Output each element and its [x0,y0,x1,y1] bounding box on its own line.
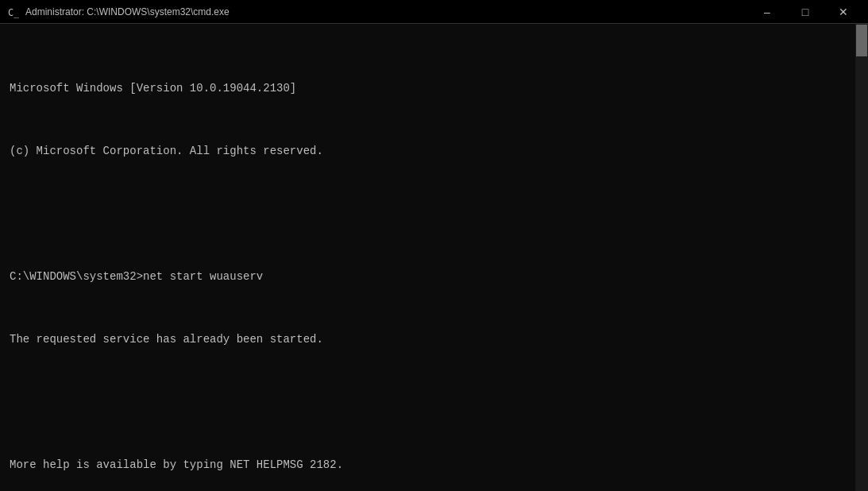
app-icon: C_ [6,6,19,18]
terminal-body[interactable]: Microsoft Windows [Version 10.0.19044.21… [0,24,868,491]
cmd-window: C_ Administrator: C:\WINDOWS\system32\cm… [0,0,868,491]
scrollbar-thumb[interactable] [856,25,867,56]
terminal-line-4: C:\WINDOWS\system32>net start wuauserv [10,269,849,284]
titlebar: C_ Administrator: C:\WINDOWS\system32\cm… [0,0,868,24]
terminal-line-2: (c) Microsoft Corporation. All rights re… [10,143,849,159]
terminal-line-5: The requested service has already been s… [10,331,849,347]
terminal-line-3 [10,206,849,222]
close-button[interactable]: ✕ [825,0,862,24]
maximize-button[interactable]: □ [787,0,824,24]
terminal-line-7: More help is available by typing NET HEL… [10,457,849,473]
terminal-line-6 [10,394,849,410]
terminal-content: Microsoft Windows [Version 10.0.19044.21… [3,30,865,485]
terminal-line-1: Microsoft Windows [Version 10.0.19044.21… [10,80,849,96]
window-title: Administrator: C:\WINDOWS\system32\cmd.e… [25,6,749,17]
minimize-button[interactable]: – [749,0,785,24]
scrollbar[interactable] [855,24,868,491]
svg-text:C_: C_ [8,7,19,18]
window-controls: – □ ✕ [749,0,862,24]
